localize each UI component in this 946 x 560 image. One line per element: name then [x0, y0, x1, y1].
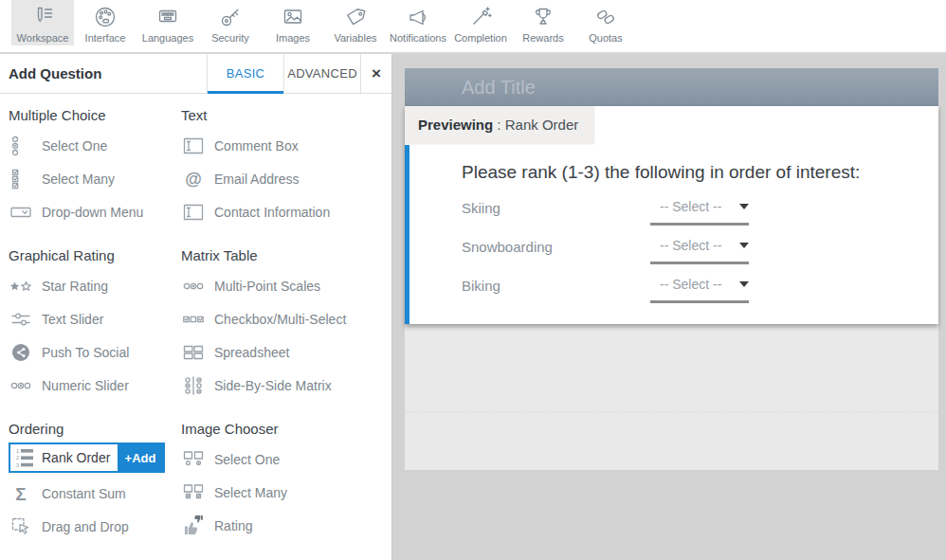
section-title: Matrix Table	[181, 247, 388, 263]
question-type-label: Multi-Point Scales	[214, 279, 320, 294]
chain-links-icon	[593, 5, 618, 29]
question-type-label: Select Many	[214, 485, 287, 500]
question-type-dropdown-menu[interactable]: Drop-down Menu	[9, 195, 181, 228]
tag-icon	[343, 5, 368, 29]
select-value: -- Select --	[650, 199, 721, 214]
question-type-rank-order-selected[interactable]: 123 Rank Order +Add	[9, 443, 165, 473]
select-value: -- Select --	[650, 277, 721, 292]
question-type-comment-box[interactable]: Comment Box	[181, 129, 388, 162]
toolbar-item-label: Rewards	[522, 32, 563, 44]
question-type-label: Numeric Slider	[42, 378, 129, 393]
panel-title: Add Question	[0, 54, 207, 93]
question-type-side-by-side-matrix[interactable]: Side-By-Side Matrix	[181, 369, 388, 402]
previewing-value: Rank Order	[505, 117, 579, 133]
question-type-constant-sum[interactable]: Σ Constant Sum	[9, 477, 181, 510]
image-radio-icon	[181, 449, 206, 470]
question-type-drag-and-drop[interactable]: Drag and Drop	[9, 510, 181, 543]
question-type-image-select-many[interactable]: Select Many	[181, 476, 388, 509]
question-type-list: Multiple Choice Select One Select Many	[0, 94, 391, 560]
question-accent-bar	[405, 145, 409, 324]
question-type-label: Select One	[214, 452, 280, 467]
question-type-label: Email Address	[214, 172, 299, 187]
question-type-label: Select One	[42, 138, 107, 154]
question-preview: Previewing : Rank Order Please rank (1-3…	[405, 106, 938, 324]
add-title-bar[interactable]: Add Title	[405, 68, 938, 106]
at-sign-icon: @	[181, 169, 206, 190]
section-title: Text	[181, 107, 388, 123]
section-title: Ordering	[9, 421, 181, 437]
question-type-select-many[interactable]: Select Many	[9, 162, 181, 195]
toolbar-item-languages[interactable]: Languages	[136, 0, 199, 45]
svg-text:1: 1	[16, 448, 19, 454]
question-type-select-one[interactable]: Select One	[9, 129, 181, 162]
toolbar-item-security[interactable]: Security	[199, 0, 262, 45]
question-type-label: Constant Sum	[42, 486, 126, 501]
close-icon[interactable]: ×	[360, 54, 391, 93]
toolbar-item-interface[interactable]: Interface	[74, 0, 136, 45]
grid-icon	[181, 342, 206, 363]
toolbar-item-label: Interface	[85, 32, 126, 44]
toolbar-item-label: Variables	[334, 32, 376, 44]
survey-builder-app: Workspace Interface Languages Security I…	[0, 0, 946, 560]
question-type-email-address[interactable]: @ Email Address	[181, 162, 388, 195]
toolbar-item-completion[interactable]: Completion	[449, 0, 512, 45]
text-box-icon	[181, 202, 206, 223]
image-checkbox-icon	[181, 482, 206, 503]
stars-icon	[9, 276, 33, 297]
rank-select-skiing[interactable]: -- Select --	[650, 199, 749, 226]
question-type-contact-information[interactable]: Contact Information	[181, 195, 388, 228]
toolbar-divider	[0, 45, 946, 54]
toolbar-item-rewards[interactable]: Rewards	[512, 0, 574, 45]
question-type-checkbox-multi-select[interactable]: Checkbox/Multi-Select	[181, 302, 388, 335]
toolbar-item-notifications[interactable]: Notifications	[387, 0, 449, 45]
trophy-icon	[531, 5, 555, 29]
preview-card: Add Title Previewing : Rank Order Please…	[405, 68, 938, 470]
question-type-image-rating[interactable]: Rating	[181, 509, 388, 542]
question-type-numeric-slider[interactable]: Numeric Slider	[9, 369, 181, 402]
question-type-label: Select Many	[42, 172, 115, 187]
question-type-image-select-one[interactable]: Select One	[181, 443, 388, 476]
question-type-label: Rank Order	[42, 450, 118, 465]
drop-zone-divider	[405, 411, 938, 412]
empty-question-slot	[405, 324, 938, 470]
question-type-text-slider[interactable]: Text Slider	[9, 302, 181, 335]
tab-basic[interactable]: BASIC	[207, 54, 283, 93]
question-type-spreadsheet[interactable]: Spreadsheet	[181, 335, 388, 369]
question-type-push-to-social[interactable]: Push To Social	[9, 335, 181, 369]
key-icon	[218, 5, 243, 29]
question-type-label: Push To Social	[42, 345, 129, 360]
section-multiple-choice: Multiple Choice Select One Select Many	[9, 105, 181, 233]
section-graphical-rating: Graphical Rating Star Rating Text Slider	[9, 245, 181, 406]
matrix-icon	[181, 375, 206, 396]
caret-down-icon	[739, 281, 749, 287]
caret-down-icon	[739, 243, 749, 248]
rank-row-label: Biking	[462, 278, 650, 303]
toolbar-item-variables[interactable]: Variables	[324, 0, 387, 45]
toolbar-item-quotas[interactable]: Quotas	[574, 0, 637, 45]
previewing-label: Previewing	[418, 117, 493, 133]
question-type-label: Contact Information	[214, 205, 330, 220]
keyboard-icon	[155, 5, 180, 29]
rank-select-biking[interactable]: -- Select --	[650, 277, 749, 303]
toolbar-item-images[interactable]: Images	[262, 0, 324, 45]
section-title: Multiple Choice	[9, 107, 181, 123]
question-type-multi-point-scales[interactable]: Multi-Point Scales	[181, 269, 388, 302]
question-type-label: Star Rating	[42, 279, 108, 294]
radio-row-icon	[181, 276, 206, 297]
section-image-chooser: Image Chooser Select One Select Many	[181, 419, 388, 548]
toolbar-item-workspace[interactable]: Workspace	[11, 0, 74, 45]
question-type-label: Spreadsheet	[214, 345, 289, 360]
question-type-star-rating[interactable]: Star Rating	[9, 269, 181, 302]
add-title-placeholder: Add Title	[462, 77, 536, 99]
svg-text:@: @	[185, 169, 202, 188]
radio-list-icon	[9, 135, 33, 156]
tab-advanced[interactable]: ADVANCED	[283, 54, 360, 93]
sigma-icon: Σ	[9, 483, 33, 504]
add-question-button[interactable]: +Add	[118, 444, 163, 471]
palette-icon	[93, 5, 118, 29]
magic-wand-icon	[468, 5, 493, 29]
question-type-label: Side-By-Side Matrix	[214, 378, 332, 393]
svg-text:2: 2	[16, 455, 19, 461]
rank-select-snowboarding[interactable]: -- Select --	[650, 238, 749, 264]
sliders-icon	[9, 309, 33, 330]
